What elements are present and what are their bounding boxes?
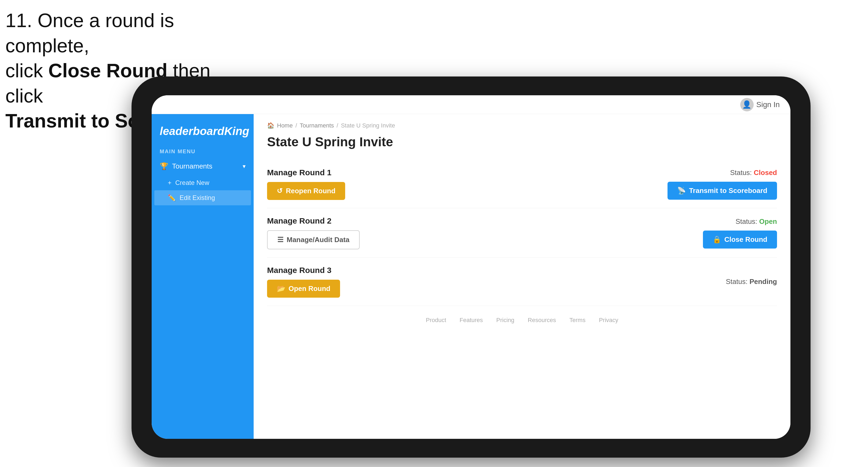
footer-terms[interactable]: Terms	[569, 317, 586, 324]
round-3-status: Status: Pending	[726, 278, 777, 286]
open-round-button[interactable]: 📂 Open Round	[267, 280, 340, 298]
transmit-label: Transmit to Scoreboard	[689, 187, 767, 195]
round-3-status-value: Pending	[749, 278, 777, 286]
breadcrumb-sep2: /	[337, 122, 338, 129]
sidebar: leaderboardKing MAIN MENU 🏆 Tournaments …	[152, 114, 254, 439]
footer-product[interactable]: Product	[426, 317, 446, 324]
edit-existing-label: Edit Existing	[180, 194, 215, 201]
edit-icon: ✏️	[168, 194, 176, 201]
create-new-label: Create New	[175, 179, 209, 187]
close-round-label: Close Round	[724, 236, 767, 244]
home-icon: 🏠	[267, 122, 274, 129]
tablet-screen: 👤 Sign In leaderboardKing MAIN MENU 🏆	[152, 95, 790, 439]
main-content: 🏠 Home / Tournaments / State U Spring In…	[254, 114, 790, 439]
round-2-status: Status: Open	[736, 217, 777, 226]
top-bar: 👤 Sign In	[152, 95, 790, 114]
trophy-icon: 🏆	[160, 162, 168, 170]
round-2-title: Manage Round 2	[267, 216, 360, 225]
round-1-status: Status: Closed	[730, 168, 777, 177]
round-section-1: Manage Round 1 ↺ Reopen Round Status: Cl…	[267, 160, 777, 208]
reopen-round-button[interactable]: ↺ Reopen Round	[267, 182, 345, 200]
open-icon: 📂	[277, 284, 285, 293]
footer-features[interactable]: Features	[460, 317, 483, 324]
manage-audit-button[interactable]: ☰ Manage/Audit Data	[267, 230, 360, 249]
sidebar-sub-item-create-new[interactable]: + Create New	[152, 175, 254, 190]
close-round-button[interactable]: 🔒 Close Round	[703, 230, 777, 249]
round-3-title: Manage Round 3	[267, 266, 340, 275]
round-1-status-value: Closed	[754, 168, 777, 177]
content-footer: Product Features Pricing Resources Terms…	[267, 306, 777, 329]
breadcrumb-tournaments[interactable]: Tournaments	[300, 122, 334, 129]
open-round-label: Open Round	[288, 284, 331, 293]
sidebar-sub-item-edit-existing[interactable]: ✏️ Edit Existing	[154, 190, 251, 205]
main-menu-label: MAIN MENU	[152, 146, 254, 157]
tablet-shell: 👤 Sign In leaderboardKing MAIN MENU 🏆	[131, 76, 811, 458]
manage-audit-label: Manage/Audit Data	[287, 236, 349, 244]
tournaments-label: Tournaments	[172, 162, 212, 170]
breadcrumb-sep1: /	[296, 122, 297, 129]
logo: leaderboardKing	[160, 125, 246, 138]
round-section-3: Manage Round 3 📂 Open Round Status: Pend…	[267, 258, 777, 306]
breadcrumb: 🏠 Home / Tournaments / State U Spring In…	[267, 122, 777, 129]
app-body: leaderboardKing MAIN MENU 🏆 Tournaments …	[152, 114, 790, 439]
avatar-icon: 👤	[740, 98, 754, 112]
round-1-title: Manage Round 1	[267, 168, 345, 177]
audit-icon: ☰	[277, 236, 283, 244]
breadcrumb-home[interactable]: Home	[277, 122, 293, 129]
transmit-icon: 📡	[677, 187, 686, 195]
round-section-2: Manage Round 2 ☰ Manage/Audit Data Statu…	[267, 208, 777, 258]
sign-in-area[interactable]: 👤 Sign In	[740, 98, 780, 112]
logo-area: leaderboardKing	[152, 119, 254, 146]
breadcrumb-current: State U Spring Invite	[341, 122, 395, 129]
footer-resources[interactable]: Resources	[528, 317, 556, 324]
chevron-down-icon: ▾	[243, 163, 246, 170]
footer-pricing[interactable]: Pricing	[496, 317, 514, 324]
footer-privacy[interactable]: Privacy	[599, 317, 618, 324]
page-title: State U Spring Invite	[267, 134, 777, 149]
lock-icon: 🔒	[713, 236, 721, 244]
sign-in-label[interactable]: Sign In	[756, 100, 780, 109]
plus-icon: +	[168, 179, 172, 187]
instruction-line1: 11. Once a round is complete,	[5, 10, 174, 56]
round-2-status-value: Open	[759, 217, 777, 225]
sidebar-item-tournaments[interactable]: 🏆 Tournaments ▾	[152, 157, 254, 175]
reopen-round-label: Reopen Round	[286, 187, 336, 195]
reopen-icon: ↺	[277, 187, 283, 195]
transmit-to-scoreboard-button[interactable]: 📡 Transmit to Scoreboard	[668, 182, 777, 200]
